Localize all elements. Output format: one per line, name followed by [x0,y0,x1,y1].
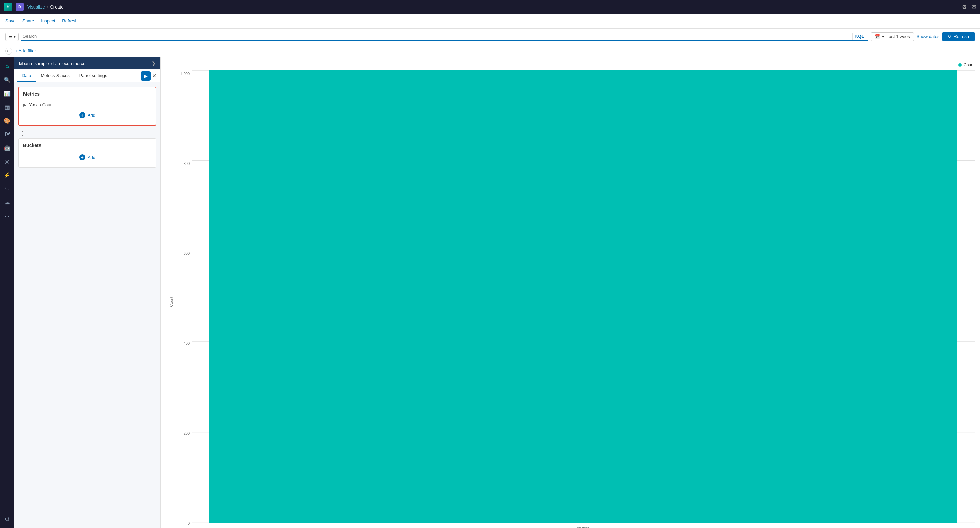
sidebar-item-dashboard[interactable]: ▦ [1,101,13,113]
save-button[interactable]: Save [5,17,16,25]
date-range-label: Last 1 week [886,34,910,39]
metrics-section: Metrics ▶ Y-axis Count + Add [18,86,156,126]
calendar-icon: 📅 [875,34,880,39]
legend-label: Count [964,63,975,67]
sidebar-item-apm[interactable]: ⚡ [1,169,13,181]
tab-panel-settings[interactable]: Panel settings [75,70,112,82]
metric-item[interactable]: ▶ Y-axis Count [23,100,151,109]
y-tick-0: 0 [177,521,190,525]
run-button[interactable]: ▶ [141,71,151,81]
tab-metrics-axes[interactable]: Metrics & axes [36,70,74,82]
sidebar-item-observability[interactable]: ☁ [1,196,13,209]
y-tick-1000: 1,000 [177,72,190,76]
filter-icon: ☰ [8,34,12,39]
app-logo: K [4,3,12,11]
date-picker[interactable]: 📅 ▾ Last 1 week [871,32,913,41]
sidebar-item-visualize[interactable]: 📊 [1,87,13,99]
search-bar: ☰ ▾ KQL 📅 ▾ Last 1 week Show dates ↻ Ref… [0,29,980,45]
y-axis-label: Count [169,297,173,306]
sidebar-item-canvas[interactable]: 🎨 [1,115,13,127]
collapse-panel-button[interactable]: ❯ [151,61,156,66]
y-tick-200: 200 [177,431,190,435]
chart-area: Count Count 1,000 800 600 400 200 0 [161,57,980,528]
sidebar-item-home[interactable]: ⌂ [1,60,13,72]
sidebar-item-graph[interactable]: ◎ [1,155,13,167]
buckets-add-button[interactable]: + Add [23,152,152,163]
left-sidebar: ⌂ 🔍 📊 ▦ 🎨 🗺 🤖 ◎ ⚡ ♡ ☁ 🛡 ⚙ [0,57,14,528]
buckets-title: Buckets [23,143,152,148]
metrics-add-button[interactable]: + Add [23,109,151,121]
add-filter-link[interactable]: + Add filter [15,48,36,53]
y-tick-600: 600 [177,251,190,255]
refresh-action-button[interactable]: Refresh [62,17,78,25]
buckets-section: Buckets + Add [18,138,156,167]
filter-type-button[interactable]: ☰ ▾ [5,33,19,41]
index-name: kibana_sample_data_ecommerce [19,61,86,66]
chart-bar [209,70,957,523]
top-bar-icons: ⚙ ✉ [962,4,976,10]
index-header: kibana_sample_data_ecommerce ❯ [14,57,161,70]
x-axis-label: All docs [576,526,590,528]
chart-legend: Count [166,63,975,67]
sidebar-item-discover[interactable]: 🔍 [1,73,13,86]
metrics-title: Metrics [23,91,151,97]
chevron-down-icon: ▾ [14,34,16,39]
refresh-button[interactable]: ↻ Refresh [942,32,975,41]
y-tick-800: 800 [177,161,190,166]
search-input-wrap: KQL [21,33,868,41]
sidebar-item-maps[interactable]: 🗺 [1,128,13,140]
breadcrumb: Visualize / Create [27,5,63,10]
y-tick-400: 400 [177,341,190,345]
main-layout: ⌂ 🔍 📊 ▦ 🎨 🗺 🤖 ◎ ⚡ ♡ ☁ 🛡 ⚙ kibana_sample_… [0,57,980,528]
mail-icon[interactable]: ✉ [972,4,976,10]
sidebar-item-settings[interactable]: ⚙ [1,513,13,525]
tab-data[interactable]: Data [17,70,36,82]
chart-svg [192,70,975,523]
sidebar-item-security[interactable]: 🛡 [1,210,13,222]
panel-content: Metrics ▶ Y-axis Count + Add ⋮ Buckets [14,83,161,528]
close-tab-button[interactable]: ✕ [151,73,158,79]
metric-type: Count [42,102,54,107]
share-button[interactable]: Share [22,17,34,25]
chevron-right-icon: ▶ [23,102,26,107]
action-bar: Save Share Inspect Refresh [0,14,980,29]
metric-axis: Y-axis Count [29,102,54,107]
inspect-button[interactable]: Inspect [41,17,55,25]
show-dates-button[interactable]: Show dates [917,34,940,39]
editor-panel: kibana_sample_data_ecommerce ❯ Data Metr… [14,57,161,528]
legend-dot [958,63,962,67]
more-options-button[interactable]: ⋮ [18,129,156,138]
sidebar-item-ml[interactable]: 🤖 [1,142,13,154]
chevron-down-icon: ▾ [882,34,884,39]
filter-bar: ⊕ + Add filter [0,45,980,57]
breadcrumb-separator: / [47,5,48,10]
breadcrumb-current: Create [50,5,63,10]
settings-icon[interactable]: ⚙ [962,4,967,10]
user-avatar[interactable]: D [16,3,24,11]
sidebar-item-uptime[interactable]: ♡ [1,183,13,195]
breadcrumb-parent[interactable]: Visualize [27,5,45,10]
plus-icon: + [80,154,86,160]
plus-icon: + [80,112,86,118]
filter-options-button[interactable]: ⊕ [5,48,12,54]
top-bar: K D Visualize / Create ⚙ ✉ [0,0,980,14]
refresh-icon: ↻ [948,34,951,39]
editor-tabs: Data Metrics & axes Panel settings ▶ ✕ [14,70,161,83]
search-input[interactable] [23,34,851,39]
kql-badge[interactable]: KQL [852,33,867,40]
